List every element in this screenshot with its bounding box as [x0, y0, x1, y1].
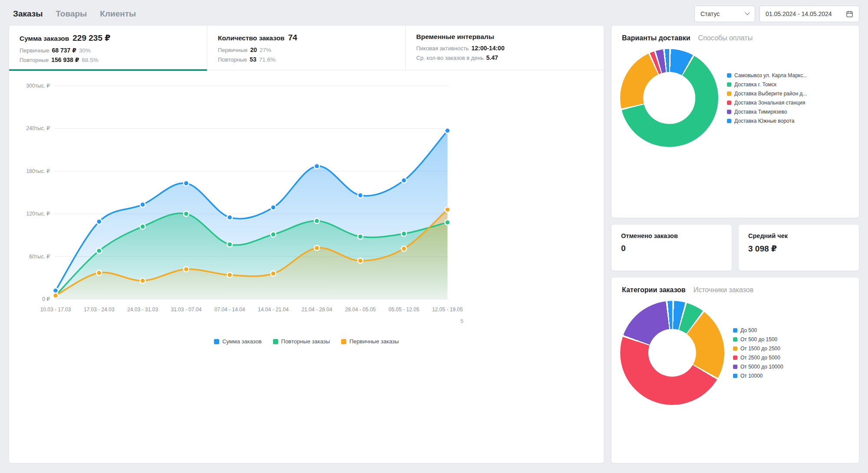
average-check-label: Средний чек — [748, 232, 849, 239]
legend-item[interactable]: Самовывоз ул. Карла Маркс... — [727, 72, 853, 78]
sub-label: Пиковая активность — [416, 45, 469, 52]
stat-sum-orders[interactable]: Сумма заказов 229 235 ₽ Первичные 68 737… — [9, 26, 207, 70]
legend-item[interactable]: Доставка Зональная станция — [727, 100, 853, 106]
legend-item[interactable]: От 5000 до 10000 — [733, 364, 853, 370]
svg-text:120тыс. ₽: 120тыс. ₽ — [26, 211, 50, 217]
topbar: Заказы Товары Клиенты Статус 01.05.2024 … — [9, 5, 859, 23]
svg-text:07.04 - 14.04: 07.04 - 14.04 — [214, 307, 245, 313]
legend-item[interactable]: От 10000 — [733, 373, 853, 379]
tab-order-categories[interactable]: Категории заказов — [622, 286, 686, 294]
sub-label: Ср. кол-во заказов в день — [416, 55, 483, 61]
legend-label: От 5000 до 10000 — [740, 364, 783, 370]
legend-swatch — [733, 365, 737, 369]
categories-legend: До 500От 500 до 1500От 1500 до 2500От 25… — [733, 327, 853, 379]
legend-item[interactable]: Первичные заказы — [341, 338, 399, 345]
stat-time-intervals[interactable]: Временные интервалы Пиковая активность 1… — [406, 26, 604, 70]
legend-item[interactable]: Доставка г. Томск — [727, 82, 853, 88]
stat-subrow: Пиковая активность 12:00-14:00 — [416, 45, 593, 52]
legend-swatch — [341, 339, 346, 344]
legend-label: Доставка Южные ворота — [734, 118, 794, 124]
donut-hole — [643, 72, 695, 124]
tab-orders[interactable]: Заказы — [13, 9, 43, 19]
sub-pct: 27% — [260, 47, 271, 53]
legend-label: От 10000 — [740, 373, 763, 379]
delivery-donut-body: Самовывоз ул. Карла Маркс...Доставка г. … — [612, 45, 859, 147]
legend-item[interactable]: Повторные заказы — [273, 338, 330, 345]
stat-subrow: Первичные 20 27% — [218, 46, 395, 53]
sub-value: 20 — [250, 46, 257, 53]
legend-label: До 500 — [740, 327, 757, 333]
legend-item[interactable]: От 2500 до 5000 — [733, 355, 853, 361]
stat-count-orders[interactable]: Количество заказов 74 Первичные 20 27% П… — [207, 26, 406, 70]
legend-label: От 500 до 1500 — [740, 336, 777, 343]
sub-value: 156 938 ₽ — [51, 56, 79, 63]
orders-analytics-card: Сумма заказов 229 235 ₽ Первичные 68 737… — [9, 25, 604, 463]
svg-text:24.03 - 31.03: 24.03 - 31.03 — [127, 307, 158, 313]
date-range-picker[interactable]: 01.05.2024 - 14.05.2024 — [760, 6, 859, 22]
cancelled-orders-label: Отменено заказов — [621, 232, 722, 239]
stat-value: 74 — [288, 33, 297, 42]
legend-swatch — [733, 356, 737, 360]
line-chart-canvas[interactable]: 300тыс. ₽240тыс. ₽180тыс. ₽120тыс. ₽60ты… — [16, 75, 598, 336]
legend-swatch — [733, 328, 737, 333]
tab-delivery-variants[interactable]: Варианты доставки — [622, 34, 690, 42]
tab-order-sources[interactable]: Источники заказов — [694, 286, 754, 294]
categories-card-tabs: Категории заказов Источники заказов — [612, 277, 859, 297]
sub-label: Первичные — [218, 47, 248, 53]
legend-item[interactable]: Доставка Выберите район д... — [727, 91, 853, 97]
status-select[interactable]: Статус — [694, 6, 755, 22]
chart-legend: Сумма заказовПовторные заказыПервичные з… — [16, 338, 597, 345]
orders-trend-chart[interactable]: 300тыс. ₽240тыс. ₽180тыс. ₽120тыс. ₽60ты… — [9, 70, 604, 345]
delivery-donut-chart[interactable] — [620, 49, 718, 147]
chevron-down-icon — [745, 10, 750, 15]
sub-value: 53 — [250, 56, 256, 63]
svg-text:17.03 - 24.03: 17.03 - 24.03 — [84, 307, 115, 313]
svg-text:60тыс. ₽: 60тыс. ₽ — [29, 254, 50, 260]
legend-label: Доставка Выберите район д... — [734, 91, 807, 97]
legend-item[interactable]: Доставка Тимирязево — [727, 109, 853, 115]
sub-label: Первичные — [20, 47, 49, 54]
order-categories-card: Категории заказов Источники заказов До 5… — [611, 277, 859, 463]
legend-swatch — [727, 91, 731, 96]
legend-swatch — [727, 73, 731, 78]
status-select-label: Статус — [700, 10, 720, 17]
legend-label: От 1500 до 2500 — [740, 346, 780, 352]
sub-pct: 30% — [79, 47, 91, 54]
average-check-card: Средний чек 3 098 ₽ — [738, 224, 859, 271]
svg-text:300тыс. ₽: 300тыс. ₽ — [26, 83, 50, 89]
legend-item[interactable]: От 500 до 1500 — [733, 336, 853, 343]
stat-title: Количество заказов — [218, 34, 285, 42]
legend-swatch — [727, 110, 731, 114]
sub-pct: 71.6% — [259, 56, 276, 63]
legend-label: Доставка г. Томск — [734, 82, 776, 88]
legend-label: Самовывоз ул. Карла Маркс... — [734, 72, 807, 78]
tab-clients[interactable]: Клиенты — [100, 9, 136, 19]
svg-text:14.04 - 21.04: 14.04 - 21.04 — [258, 307, 289, 313]
categories-donut-chart[interactable] — [620, 301, 724, 405]
main-nav: Заказы Товары Клиенты — [9, 9, 136, 19]
topbar-controls: Статус 01.05.2024 - 14.05.2024 — [694, 6, 859, 22]
average-check-value: 3 098 ₽ — [748, 244, 849, 254]
legend-item[interactable]: До 500 — [733, 327, 853, 333]
content: Сумма заказов 229 235 ₽ Первичные 68 737… — [9, 25, 859, 463]
delivery-legend: Самовывоз ул. Карла Маркс...Доставка г. … — [727, 72, 853, 124]
legend-label: От 2500 до 5000 — [740, 355, 780, 361]
mini-stats-row: Отменено заказов 0 Средний чек 3 098 ₽ — [611, 224, 859, 271]
legend-item[interactable]: Доставка Южные ворота — [727, 118, 853, 124]
legend-item[interactable]: От 1500 до 2500 — [733, 346, 853, 352]
legend-swatch — [733, 337, 737, 342]
stat-value: 229 235 ₽ — [72, 33, 110, 43]
tab-payment-methods[interactable]: Способы оплаты — [698, 34, 753, 42]
svg-text:180тыс. ₽: 180тыс. ₽ — [26, 168, 50, 174]
sub-label: Повторные — [20, 57, 49, 63]
sub-value: 12:00-14:00 — [471, 45, 504, 52]
donut-hole — [648, 329, 696, 377]
legend-label: Доставка Тимирязево — [734, 109, 787, 115]
svg-text:21.04 - 28.04: 21.04 - 28.04 — [302, 307, 332, 313]
tab-products[interactable]: Товары — [56, 9, 87, 19]
legend-swatch — [733, 374, 737, 378]
legend-item[interactable]: Сумма заказов — [214, 338, 262, 345]
svg-text:05.05 - 12.05: 05.05 - 12.05 — [388, 307, 419, 313]
legend-label: Повторные заказы — [281, 338, 330, 345]
stat-subrow: Первичные 68 737 ₽ 30% — [20, 47, 197, 54]
